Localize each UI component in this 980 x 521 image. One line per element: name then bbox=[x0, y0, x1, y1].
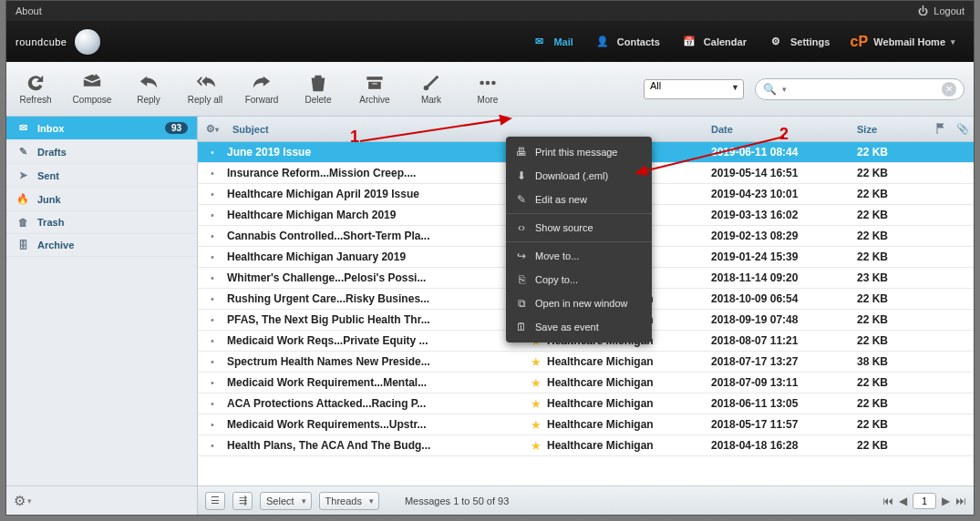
toolbar-reply-button[interactable]: Reply bbox=[129, 73, 169, 105]
unread-dot-icon: • bbox=[198, 356, 227, 367]
menu-editnew[interactable]: ✎Edit as new bbox=[506, 188, 652, 211]
reply-icon bbox=[136, 73, 161, 93]
filter-select[interactable]: All bbox=[644, 79, 744, 99]
unread-dot-icon: • bbox=[198, 272, 227, 283]
nav-mail[interactable]: ✉Mail bbox=[521, 27, 582, 56]
column-size[interactable]: Size bbox=[857, 124, 930, 135]
column-date[interactable]: Date bbox=[711, 124, 857, 135]
message-date: 2018-08-07 11:21 bbox=[711, 334, 857, 347]
list-options-button[interactable]: ⚙▾ bbox=[198, 123, 227, 135]
toolbar-archive-button[interactable]: Archive bbox=[355, 73, 395, 105]
more-icon bbox=[475, 73, 500, 93]
unread-dot-icon: • bbox=[198, 314, 227, 325]
menu-newwin[interactable]: ⧉Open in new window bbox=[506, 291, 652, 315]
star-icon[interactable]: ★ bbox=[525, 418, 547, 432]
star-icon[interactable]: ★ bbox=[525, 355, 547, 369]
forward-icon bbox=[249, 73, 274, 93]
menu-copyto[interactable]: ⎘Copy to... bbox=[506, 268, 652, 291]
menu-print[interactable]: 🖶Print this message bbox=[506, 140, 652, 164]
clear-search-icon[interactable]: ✕ bbox=[942, 82, 956, 97]
message-date: 2018-11-14 09:20 bbox=[711, 271, 857, 284]
message-subject: Healthcare Michigan March 2019 bbox=[227, 209, 525, 221]
list-view-button[interactable]: ☰ bbox=[205, 492, 225, 510]
message-date: 2018-04-18 16:28 bbox=[711, 439, 857, 452]
thread-view-button[interactable]: ⇶ bbox=[232, 492, 253, 510]
message-from: Healthcare Michigan bbox=[547, 397, 711, 410]
logout-button[interactable]: ⏻ Logout bbox=[918, 5, 965, 16]
message-subject: Health Plans, The ACA And The Budg... bbox=[227, 439, 525, 452]
message-size: 22 KB bbox=[857, 334, 930, 347]
folder-sent[interactable]: ➤Sent bbox=[6, 164, 197, 188]
print-icon: 🖶 bbox=[515, 146, 528, 158]
menu-saveevent[interactable]: 🗓Save as event bbox=[506, 315, 652, 339]
toolbar-delete-button[interactable]: Delete bbox=[298, 73, 338, 105]
search-input[interactable]: 🔍 ▾ ✕ bbox=[755, 78, 965, 100]
folder-settings-button[interactable]: ⚙ bbox=[14, 493, 26, 509]
message-date: 2018-09-19 07:48 bbox=[711, 313, 857, 326]
star-icon[interactable]: ★ bbox=[525, 439, 547, 453]
svg-point-1 bbox=[480, 81, 484, 86]
star-icon[interactable]: ★ bbox=[525, 397, 547, 411]
message-from: Healthcare Michigan bbox=[547, 439, 711, 452]
threads-combo[interactable]: Threads bbox=[319, 492, 379, 510]
toolbar-replyall-button[interactable]: Reply all bbox=[185, 73, 225, 105]
mail-icon: ✉ bbox=[530, 33, 548, 51]
unread-dot-icon: • bbox=[198, 209, 227, 220]
chevron-down-icon: ▾ bbox=[27, 496, 32, 506]
calendar-icon: 📅 bbox=[680, 33, 698, 51]
archive-icon bbox=[362, 73, 387, 93]
menu-source[interactable]: ‹›Show source bbox=[506, 216, 652, 240]
page-prev-button[interactable]: ◀ bbox=[899, 495, 907, 507]
unread-dot-icon: • bbox=[198, 419, 227, 430]
folder-trash[interactable]: 🗑Trash bbox=[6, 211, 197, 234]
folder-archive[interactable]: 🗄Archive bbox=[6, 234, 197, 257]
star-icon[interactable]: ★ bbox=[525, 376, 547, 390]
nav-contacts[interactable]: 👤Contacts bbox=[584, 27, 669, 56]
toolbar-compose-button[interactable]: Compose bbox=[72, 73, 112, 105]
refresh-icon bbox=[23, 73, 48, 93]
column-subject[interactable]: Subject bbox=[227, 124, 525, 135]
unread-dot-icon: • bbox=[198, 147, 227, 158]
moveto-icon: ↪ bbox=[515, 250, 528, 262]
page-next-button[interactable]: ▶ bbox=[942, 495, 950, 507]
page-first-button[interactable]: ⏮ bbox=[882, 495, 893, 507]
message-row[interactable]: •ACA Protections Attacked...Racing P...★… bbox=[198, 393, 974, 414]
message-date: 2019-01-24 15:39 bbox=[711, 250, 857, 263]
select-combo[interactable]: Select bbox=[260, 492, 312, 510]
message-row[interactable]: •Medicaid Work Requirement...Mental...★H… bbox=[198, 373, 974, 393]
app-logo: roundcube bbox=[15, 29, 100, 55]
menu-download[interactable]: ⬇Download (.eml) bbox=[506, 164, 652, 188]
folder-drafts[interactable]: ✎Drafts bbox=[6, 140, 197, 164]
menu-moveto[interactable]: ↪Move to... bbox=[506, 244, 652, 268]
message-row[interactable]: •Health Plans, The ACA And The Budg...★H… bbox=[198, 435, 974, 456]
cpanel-icon: cP bbox=[850, 33, 868, 51]
toolbar-mark-button[interactable]: Mark bbox=[411, 73, 451, 105]
message-subject: Insurance Reform...Mission Creep.... bbox=[227, 167, 525, 179]
more-menu[interactable]: 🖶Print this message⬇Download (.eml)✎Edit… bbox=[506, 137, 652, 342]
nav-calendar[interactable]: 📅Calendar bbox=[671, 27, 756, 56]
column-attachment[interactable]: 📎 bbox=[952, 123, 974, 135]
about-link[interactable]: About bbox=[15, 5, 42, 16]
sent-icon: ➤ bbox=[15, 169, 30, 181]
inbox-icon: ✉ bbox=[15, 122, 30, 134]
folder-inbox[interactable]: ✉Inbox93 bbox=[6, 117, 197, 140]
column-flag[interactable] bbox=[930, 123, 952, 136]
newwin-icon: ⧉ bbox=[515, 297, 528, 310]
drafts-icon: ✎ bbox=[15, 146, 30, 158]
message-size: 22 KB bbox=[857, 376, 930, 389]
page-input[interactable] bbox=[913, 493, 936, 509]
toolbar-forward-button[interactable]: Forward bbox=[242, 73, 282, 105]
message-size: 22 KB bbox=[857, 230, 930, 242]
source-icon: ‹› bbox=[515, 221, 528, 234]
toolbar-refresh-button[interactable]: Refresh bbox=[15, 73, 56, 105]
svg-point-0 bbox=[424, 86, 429, 91]
nav-webmail-home[interactable]: cPWebmail Home ▾ bbox=[841, 27, 965, 56]
logo-ball-icon bbox=[75, 29, 100, 55]
toolbar-more-button[interactable]: More bbox=[468, 73, 508, 105]
folder-junk[interactable]: 🔥Junk bbox=[6, 188, 197, 211]
message-row[interactable]: •Medicaid Work Requirements...Upstr...★H… bbox=[198, 414, 974, 435]
message-row[interactable]: •Spectrum Health Names New Preside...★He… bbox=[198, 352, 974, 373]
message-date: 2019-05-14 16:51 bbox=[711, 167, 857, 179]
page-last-button[interactable]: ⏭ bbox=[955, 495, 966, 507]
nav-settings[interactable]: ⚙Settings bbox=[758, 27, 839, 56]
